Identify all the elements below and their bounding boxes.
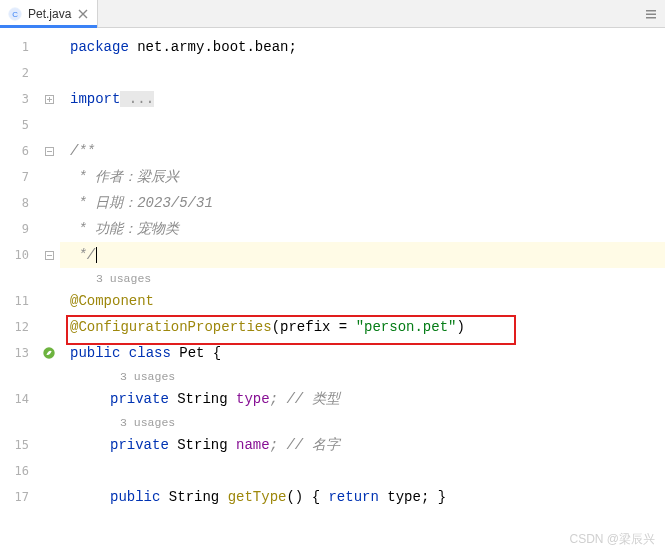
svg-rect-2 bbox=[646, 10, 656, 12]
code-text: ) bbox=[456, 319, 464, 335]
java-class-icon: C bbox=[8, 7, 22, 21]
code-text: type; } bbox=[379, 489, 446, 505]
gutter-icons bbox=[38, 28, 60, 552]
usages-inlay[interactable]: 3 usages bbox=[60, 366, 665, 386]
usages-inlay[interactable]: 3 usages bbox=[60, 412, 665, 432]
spring-bean-icon[interactable] bbox=[38, 340, 60, 366]
annotation: @ConfigurationProperties bbox=[70, 319, 272, 335]
gutter-slot bbox=[38, 60, 60, 86]
code-line[interactable]: * 作者：梁辰兴 bbox=[60, 164, 665, 190]
line-number[interactable]: 17 bbox=[0, 484, 37, 510]
field-name: type bbox=[236, 391, 270, 407]
code-line[interactable]: * 功能：宠物类 bbox=[60, 216, 665, 242]
line-number[interactable]: 8 bbox=[0, 190, 37, 216]
string-literal: "person.pet" bbox=[356, 319, 457, 335]
line-number bbox=[0, 366, 37, 386]
line-number[interactable]: 15 bbox=[0, 432, 37, 458]
folded-placeholder[interactable]: ... bbox=[120, 91, 154, 107]
gutter-slot bbox=[38, 386, 60, 412]
line-number[interactable]: 10 bbox=[0, 242, 37, 268]
line-number[interactable]: 2 bbox=[0, 60, 37, 86]
watermark: CSDN @梁辰兴 bbox=[569, 531, 655, 548]
line-number[interactable]: 14 bbox=[0, 386, 37, 412]
line-number bbox=[0, 268, 37, 288]
type: String bbox=[169, 391, 236, 407]
code-text: net.army.boot.bean; bbox=[129, 39, 297, 55]
gutter-slot bbox=[38, 34, 60, 60]
keyword: private bbox=[110, 437, 169, 453]
code-line[interactable] bbox=[60, 112, 665, 138]
keyword: package bbox=[70, 39, 129, 55]
gutter-slot bbox=[38, 314, 60, 340]
usages-count: 3 usages bbox=[120, 370, 175, 383]
line-number[interactable]: 6 bbox=[0, 138, 37, 164]
usages-count: 3 usages bbox=[96, 272, 151, 285]
close-icon[interactable] bbox=[77, 8, 89, 20]
gutter-slot bbox=[38, 164, 60, 190]
code-area[interactable]: package net.army.boot.bean; import ... /… bbox=[60, 28, 665, 552]
keyword: return bbox=[328, 489, 378, 505]
keyword: import bbox=[70, 91, 120, 107]
code-line[interactable] bbox=[60, 458, 665, 484]
method-name: getType bbox=[228, 489, 287, 505]
line-number[interactable]: 9 bbox=[0, 216, 37, 242]
line-number[interactable]: 13 bbox=[0, 340, 37, 366]
code-line[interactable]: private String name; // 名字 bbox=[60, 432, 665, 458]
line-number[interactable]: 12 bbox=[0, 314, 37, 340]
code-line-current[interactable]: */ bbox=[60, 242, 665, 268]
code-line[interactable]: @ConfigurationProperties(prefix = "perso… bbox=[60, 314, 665, 340]
code-line[interactable]: private String type; // 类型 bbox=[60, 386, 665, 412]
line-number[interactable]: 16 bbox=[0, 458, 37, 484]
line-number[interactable]: 7 bbox=[0, 164, 37, 190]
doc-comment: * 功能：宠物类 bbox=[70, 220, 179, 238]
code-line[interactable]: package net.army.boot.bean; bbox=[60, 34, 665, 60]
svg-text:C: C bbox=[12, 9, 18, 18]
svg-rect-3 bbox=[646, 13, 656, 15]
fold-toggle-icon[interactable] bbox=[38, 86, 60, 112]
gutter-slot bbox=[38, 190, 60, 216]
line-number[interactable]: 11 bbox=[0, 288, 37, 314]
svg-rect-4 bbox=[646, 17, 656, 19]
gutter-slot bbox=[38, 432, 60, 458]
doc-comment: * 作者：梁辰兴 bbox=[70, 168, 179, 186]
editor: 1 2 3 5 6 7 8 9 10 11 12 13 14 15 16 17 bbox=[0, 28, 665, 552]
gutter-slot bbox=[38, 458, 60, 484]
usages-inlay[interactable]: 3 usages bbox=[60, 268, 665, 288]
keyword: private bbox=[110, 391, 169, 407]
keyword: class bbox=[129, 345, 171, 361]
doc-comment: /** bbox=[70, 143, 95, 159]
code-line[interactable]: @Component bbox=[60, 288, 665, 314]
caret-icon bbox=[96, 247, 97, 263]
type: String bbox=[169, 437, 236, 453]
code-line[interactable]: import ... bbox=[60, 86, 665, 112]
gutter-line-numbers: 1 2 3 5 6 7 8 9 10 11 12 13 14 15 16 17 bbox=[0, 28, 38, 552]
line-number[interactable]: 5 bbox=[0, 112, 37, 138]
fold-toggle-icon[interactable] bbox=[38, 242, 60, 268]
code-line[interactable]: public String getType() { return type; } bbox=[60, 484, 665, 510]
keyword: public bbox=[110, 489, 160, 505]
doc-comment: * 日期：2023/5/31 bbox=[70, 194, 213, 212]
file-tab[interactable]: C Pet.java bbox=[0, 0, 98, 27]
doc-comment: */ bbox=[70, 247, 95, 263]
line-number[interactable]: 1 bbox=[0, 34, 37, 60]
tab-overflow-icon[interactable] bbox=[637, 0, 665, 27]
field-name: name bbox=[236, 437, 270, 453]
gutter-slot bbox=[38, 412, 60, 432]
code-line[interactable]: * 日期：2023/5/31 bbox=[60, 190, 665, 216]
tab-bar: C Pet.java bbox=[0, 0, 665, 28]
code-line[interactable] bbox=[60, 60, 665, 86]
class-name: Pet { bbox=[171, 345, 221, 361]
line-number[interactable]: 3 bbox=[0, 86, 37, 112]
line-number bbox=[0, 412, 37, 432]
code-line[interactable]: /** bbox=[60, 138, 665, 164]
code-text: () { bbox=[286, 489, 328, 505]
fold-toggle-icon[interactable] bbox=[38, 138, 60, 164]
gutter-slot bbox=[38, 366, 60, 386]
code-line[interactable]: public class Pet { bbox=[60, 340, 665, 366]
gutter-slot bbox=[38, 216, 60, 242]
annotation: @Component bbox=[70, 293, 154, 309]
comment: ; // 名字 bbox=[270, 436, 340, 454]
gutter-slot bbox=[38, 268, 60, 288]
usages-count: 3 usages bbox=[120, 416, 175, 429]
comment: ; // 类型 bbox=[270, 390, 340, 408]
